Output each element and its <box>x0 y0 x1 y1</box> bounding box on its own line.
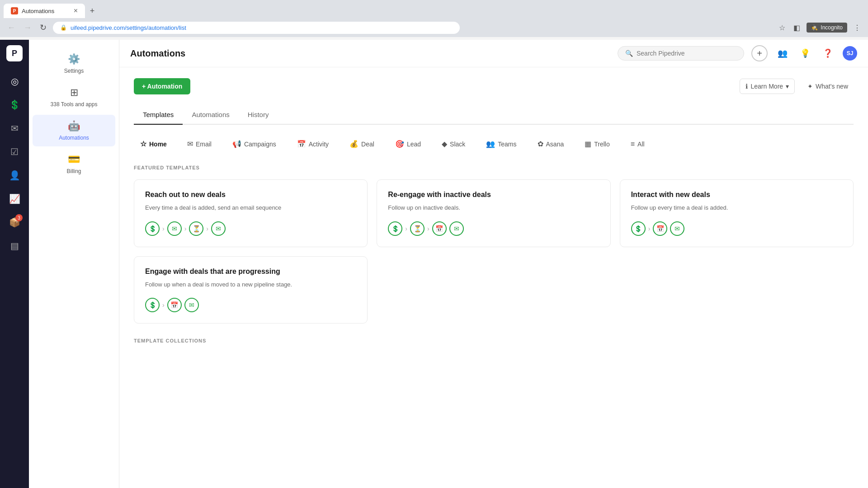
filter-all-label: All <box>637 141 645 148</box>
email-icon: ✉ <box>187 140 193 148</box>
card-3-title: Interact with new deals <box>631 191 842 199</box>
filter-deal[interactable]: 💰 Deal <box>343 136 381 152</box>
filter-home-label: Home <box>149 141 167 148</box>
quick-add-button[interactable]: + <box>751 45 768 61</box>
nav-icon-dashboard[interactable]: ▤ <box>4 235 25 257</box>
filter-trello[interactable]: ▦ Trello <box>578 136 617 152</box>
filter-trello-label: Trello <box>594 141 610 148</box>
lead-icon: 🎯 <box>395 140 404 148</box>
sidebar-item-automations[interactable]: 🤖 Automations <box>33 115 115 146</box>
template-card-1[interactable]: Reach out to new deals Every time a deal… <box>134 179 368 247</box>
filter-deal-label: Deal <box>361 141 374 148</box>
flow2-deal-icon: 💲 <box>388 221 402 236</box>
home-icon: ☆ <box>140 140 146 148</box>
contacts-header-icon[interactable]: 👥 <box>775 46 790 61</box>
filter-home[interactable]: ☆ Home <box>134 136 173 152</box>
inbox-icon: ✉ <box>11 123 19 134</box>
tab-templates[interactable]: Templates <box>134 105 183 125</box>
card-4-title: Engage with deals that are progressing <box>145 267 356 276</box>
tab-favicon: P <box>11 7 18 14</box>
content-area: + Automation ℹ Learn More ▾ ✦ What's new <box>119 67 868 488</box>
reload-button[interactable]: ↻ <box>38 21 48 34</box>
sidebar-item-billing[interactable]: 💳 Billing <box>33 148 115 180</box>
menu-icon[interactable]: ⋮ <box>852 22 863 34</box>
tabs: Templates Automations History <box>134 105 854 125</box>
sidebar-item-tools-label: 338 Tools and apps <box>51 101 98 108</box>
bookmark-icon[interactable]: ☆ <box>777 22 787 34</box>
flow-email-icon: ✉ <box>167 221 182 236</box>
app-logo[interactable]: P <box>6 45 23 61</box>
address-bar-right: ☆ ◧ 🕵 Incognito ⋮ <box>777 22 863 34</box>
info-icon: ℹ <box>745 83 748 90</box>
sidebar-item-settings-label: Settings <box>64 68 84 74</box>
tab-close-button[interactable]: × <box>74 7 78 14</box>
bulb-icon[interactable]: 💡 <box>797 46 813 61</box>
flow3-arrow-1: › <box>648 225 651 232</box>
add-automation-button[interactable]: + Automation <box>134 78 190 94</box>
card-1-desc: Every time a deal is added, send an emai… <box>145 203 356 212</box>
nav-icon-activities[interactable]: ☑ <box>4 141 25 163</box>
whats-new-button[interactable]: ✦ What's new <box>802 79 854 94</box>
flow3-email-icon: ✉ <box>670 221 684 236</box>
url-bar[interactable]: 🔒 uifeed.pipedrive.com/settings/automati… <box>53 22 460 34</box>
automations-icon: 🤖 <box>68 120 80 132</box>
browser-chrome: P Automations × + ← → ↻ 🔒 uifeed.pipedri… <box>0 0 868 37</box>
template-card-4[interactable]: Engage with deals that are progressing F… <box>134 256 368 324</box>
filter-campaigns[interactable]: 📢 Campaigns <box>226 136 283 152</box>
all-icon: ≡ <box>631 140 635 148</box>
bottom-cards-row: Engage with deals that are progressing F… <box>134 256 854 324</box>
activity-icon: 📅 <box>297 140 306 148</box>
featured-cards-grid: Reach out to new deals Every time a deal… <box>134 179 854 247</box>
search-bar[interactable]: 🔍 <box>618 46 744 61</box>
tab-automations[interactable]: Automations <box>183 105 238 125</box>
active-tab[interactable]: P Automations × <box>4 4 85 18</box>
card-1-flow: 💲 › ✉ › ⏳ › ✉ <box>145 221 356 236</box>
asana-icon: ✿ <box>538 140 543 148</box>
nav-icon-products[interactable]: 📦 3 <box>4 211 25 233</box>
campaigns-icon: 📢 <box>232 140 241 148</box>
learn-more-label: Learn More <box>750 83 783 90</box>
nav-icon-deals[interactable]: 💲 <box>4 94 25 116</box>
filter-lead[interactable]: 🎯 Lead <box>388 136 428 152</box>
action-bar-right: ℹ Learn More ▾ ✦ What's new <box>740 79 854 94</box>
sidebar-item-settings[interactable]: ⚙️ Settings <box>33 48 115 80</box>
teams-icon: 👥 <box>486 140 495 148</box>
filter-email[interactable]: ✉ Email <box>180 136 218 152</box>
flow4-arrow-1: › <box>162 301 165 309</box>
new-tab-button[interactable]: + <box>86 5 99 17</box>
user-avatar[interactable]: SJ <box>843 46 857 61</box>
template-card-2[interactable]: Re-engage with inactive deals Follow up … <box>377 179 610 247</box>
main-content: Automations 🔍 + 👥 💡 ❓ SJ + Automation ℹ … <box>119 40 868 488</box>
sidebar-item-billing-label: Billing <box>66 168 81 174</box>
filter-teams[interactable]: 👥 Teams <box>479 136 523 152</box>
nav-icon-reports[interactable]: 📈 <box>4 188 25 210</box>
flow-email2-icon: ✉ <box>211 221 226 236</box>
settings-icon: ⚙️ <box>68 53 80 65</box>
nav-icon-inbox[interactable]: ✉ <box>4 117 25 139</box>
forward-button[interactable]: → <box>22 21 33 34</box>
nav-icon-contacts[interactable]: 👤 <box>4 164 25 186</box>
filter-slack[interactable]: ◆ Slack <box>435 136 472 152</box>
help-icon[interactable]: ❓ <box>820 46 835 61</box>
sidebar-item-tools[interactable]: ⊞ 338 Tools and apps <box>33 81 115 113</box>
card-3-desc: Follow up every time a deal is added. <box>631 203 842 212</box>
back-button[interactable]: ← <box>5 21 17 34</box>
card-2-flow: 💲 › ⏳ › 📅 ✉ <box>388 221 599 236</box>
search-input[interactable] <box>637 50 736 57</box>
learn-more-button[interactable]: ℹ Learn More ▾ <box>740 79 795 94</box>
leads-icon: ◎ <box>11 76 19 87</box>
flow4-calendar-icon: 📅 <box>167 298 182 312</box>
extensions-icon[interactable]: ◧ <box>792 22 802 34</box>
featured-label: FEATURED TEMPLATES <box>134 165 854 170</box>
flow2-arrow-2: › <box>427 225 429 232</box>
tab-history[interactable]: History <box>239 105 278 125</box>
filter-asana[interactable]: ✿ Asana <box>531 136 571 152</box>
template-card-3[interactable]: Interact with new deals Follow up every … <box>620 179 854 247</box>
flow2-calendar-icon: 📅 <box>432 221 447 236</box>
flow-arrow-2: › <box>184 225 187 232</box>
url-text: uifeed.pipedrive.com/settings/automation… <box>71 24 186 31</box>
flow4-deal-icon: 💲 <box>145 298 160 312</box>
filter-all[interactable]: ≡ All <box>624 136 651 152</box>
nav-icon-leads[interactable]: ◎ <box>4 70 25 92</box>
filter-activity[interactable]: 📅 Activity <box>290 136 335 152</box>
